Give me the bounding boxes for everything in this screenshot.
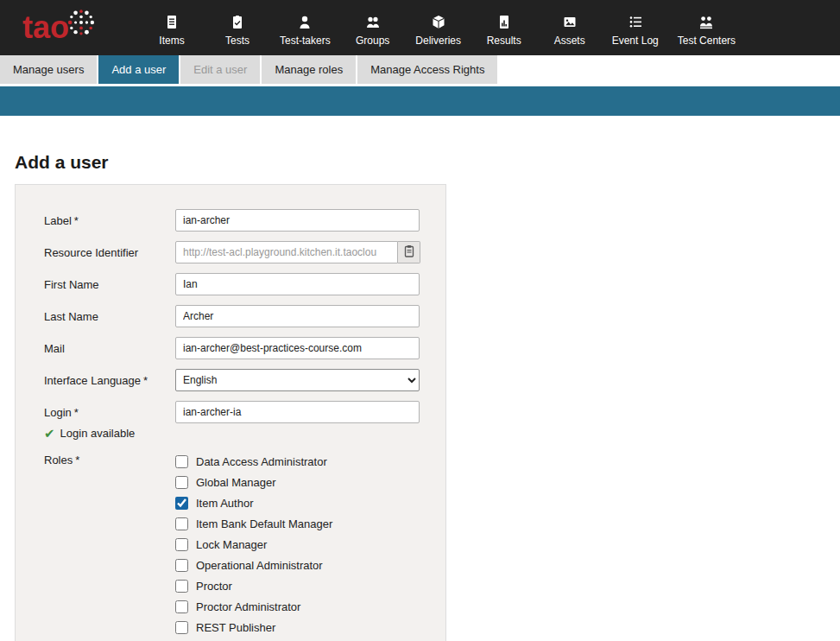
top-nav-bar: tao Items Tests (0, 0, 840, 55)
login-input[interactable] (175, 401, 420, 423)
tab-label: Manage roles (275, 63, 343, 76)
tab-edit-a-user: Edit a user (180, 55, 262, 84)
role-label: Proctor (196, 580, 232, 593)
nav-item-items[interactable]: Items (142, 10, 202, 47)
tab-label: Manage Access Rights (370, 63, 484, 76)
event-log-icon (628, 15, 642, 30)
role-checkbox-data-access-administrator[interactable] (175, 455, 188, 468)
first-name-field-label: First Name (44, 278, 175, 291)
nav-item-groups[interactable]: Groups (343, 10, 403, 47)
role-checkbox-rest-publisher[interactable] (175, 621, 188, 634)
nav-item-test-centers[interactable]: Test Centers (671, 10, 742, 47)
clipboard-icon (403, 244, 415, 260)
tab-manage-users[interactable]: Manage users (0, 55, 98, 84)
first-name-input[interactable] (175, 273, 420, 295)
nav-item-label: Assets (554, 35, 585, 47)
role-row-proctor: Proctor (175, 575, 332, 596)
role-checkbox-global-manager[interactable] (175, 476, 188, 489)
role-checkbox-lock-manager[interactable] (175, 538, 188, 551)
role-label: Item Bank Default Manager (196, 517, 332, 530)
form-row-last-name: Last Name (44, 305, 420, 327)
nav-item-label: Results (487, 35, 521, 47)
last-name-input[interactable] (175, 305, 420, 327)
form-row-resource-identifier: Resource Identifier (44, 241, 420, 263)
role-label: Data Access Administrator (196, 455, 327, 468)
role-row-item-author: Item Author (175, 492, 332, 513)
login-available-text: Login available (60, 427, 136, 440)
nav-item-label: Test-takers (280, 35, 331, 47)
role-label: Proctor Administrator (196, 600, 300, 613)
role-checkbox-operational-administrator[interactable] (175, 559, 188, 572)
main-nav: Items Tests Test-takers Groups Deliverie… (142, 10, 742, 47)
mail-field-label: Mail (44, 342, 175, 355)
role-row-operational-administrator: Operational Administrator (175, 555, 332, 575)
assets-icon (563, 15, 577, 30)
deliveries-icon (432, 15, 445, 30)
nav-item-label: Test Centers (678, 35, 736, 47)
label-input[interactable] (175, 209, 420, 232)
role-label: Item Author (196, 497, 253, 510)
required-mark: * (143, 374, 148, 387)
add-user-form-panel: Label* Resource Identifier First Name La… (15, 184, 446, 641)
nav-item-label: Deliveries (415, 35, 461, 47)
tab-label: Edit a user (193, 63, 247, 76)
role-label: Lock Manager (196, 538, 267, 551)
main-content: Add a user Label* Resource Identifier Fi… (0, 152, 840, 641)
mail-input[interactable] (175, 337, 420, 359)
tab-manage-roles[interactable]: Manage roles (262, 55, 357, 84)
form-row-interface-language: Interface Language* English (44, 369, 420, 391)
tab-add-a-user[interactable]: Add a user (98, 55, 180, 84)
role-row-global-manager: Global Manager (175, 472, 332, 492)
role-checkbox-item-bank-default-manager[interactable] (175, 517, 188, 530)
role-label: Global Manager (196, 476, 276, 489)
tab-bar: Manage users Add a user Edit a user Mana… (0, 55, 840, 84)
tao-logo-text: tao (22, 3, 69, 52)
tab-label: Add a user (111, 63, 166, 76)
form-row-label: Label* (44, 209, 420, 232)
role-row-rest-publisher: REST Publisher (175, 617, 332, 638)
required-mark: * (74, 214, 79, 227)
nav-item-tests[interactable]: Tests (207, 10, 268, 47)
roles-list: Data Access Administrator Global Manager… (175, 451, 332, 638)
interface-language-select[interactable]: English (175, 369, 420, 391)
required-mark: * (75, 454, 79, 466)
login-available-status: ✔ Login available (44, 427, 420, 440)
form-row-login: Login* (44, 401, 420, 423)
form-row-first-name: First Name (44, 273, 420, 295)
required-mark: * (74, 406, 79, 419)
nav-item-assets[interactable]: Assets (540, 10, 600, 47)
role-row-proctor-administrator: Proctor Administrator (175, 596, 332, 617)
items-icon (165, 15, 179, 30)
role-row-data-access-administrator: Data Access Administrator (175, 451, 332, 472)
interface-language-field-label: Interface Language* (44, 374, 175, 387)
tab-label: Manage users (13, 63, 84, 76)
roles-field-label: Roles* (44, 451, 175, 466)
tao-logo-dots-icon (66, 7, 97, 41)
nav-item-event-log[interactable]: Event Log (605, 10, 666, 47)
nav-item-label: Event Log (612, 35, 659, 47)
groups-icon (366, 15, 380, 30)
resource-identifier-input (175, 241, 398, 263)
test-takers-icon (298, 15, 312, 30)
tao-logo[interactable]: tao (22, 3, 119, 52)
role-checkbox-proctor[interactable] (175, 580, 188, 593)
resource-identifier-field-label: Resource Identifier (44, 246, 175, 259)
copy-resource-identifier-button[interactable] (398, 241, 420, 263)
role-checkbox-proctor-administrator[interactable] (175, 600, 188, 613)
tab-manage-access-rights[interactable]: Manage Access Rights (357, 55, 499, 84)
nav-item-test-takers[interactable]: Test-takers (273, 10, 338, 47)
test-centers-icon (699, 15, 713, 30)
nav-item-label: Items (159, 35, 184, 47)
nav-item-deliveries[interactable]: Deliveries (408, 10, 469, 47)
role-row-item-bank-default-manager: Item Bank Default Manager (175, 513, 332, 534)
nav-item-label: Groups (356, 35, 389, 47)
label-field-label: Label* (44, 214, 175, 227)
role-label: Operational Administrator (196, 559, 323, 572)
form-row-mail: Mail (44, 337, 420, 359)
green-check-icon: ✔ (44, 427, 55, 440)
results-icon (497, 15, 511, 30)
role-checkbox-item-author[interactable] (175, 497, 188, 510)
login-field-label: Login* (44, 406, 175, 419)
role-row-lock-manager: Lock Manager (175, 534, 332, 555)
nav-item-results[interactable]: Results (474, 10, 534, 47)
